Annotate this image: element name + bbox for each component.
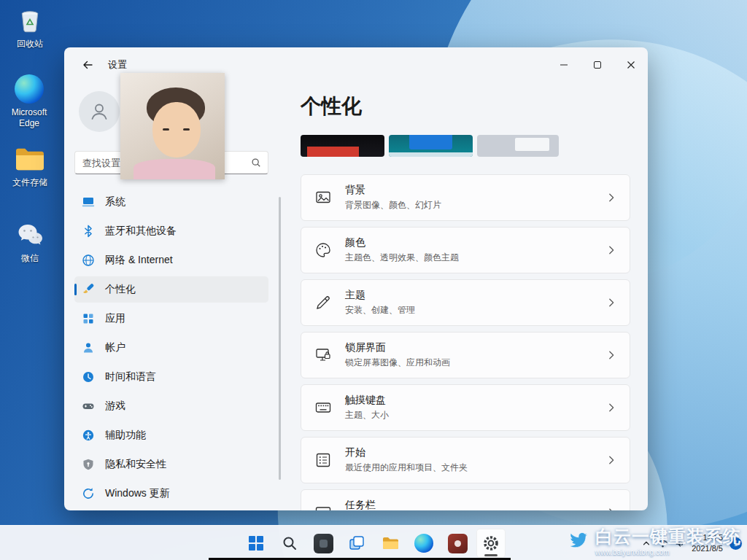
card-title: 锁屏界面 — [345, 341, 450, 354]
card-themes[interactable]: 主题安装、创建、管理 — [301, 279, 630, 326]
overlay-photo — [120, 73, 225, 179]
sidebar-nav: 系统 蓝牙和其他设备 网络 & Internet 个性化 — [74, 189, 268, 507]
desktop-icon-label: 回收站 — [17, 39, 43, 50]
sidebar-item-accounts[interactable]: 帐户 — [74, 335, 268, 361]
task-view-icon — [348, 534, 365, 552]
taskbar-center — [241, 526, 506, 560]
card-colors[interactable]: 颜色主题色、透明效果、颜色主题 — [301, 227, 630, 273]
desktop-icon-label: Microsoft Edge — [5, 107, 53, 129]
sidebar-item-label: 时间和语言 — [105, 370, 156, 384]
card-title: 主题 — [345, 289, 415, 302]
user-avatar[interactable] — [79, 91, 120, 132]
notification-badge[interactable]: 1 — [729, 537, 742, 550]
sidebar-item-accessibility[interactable]: 辅助功能 — [74, 422, 268, 448]
update-icon — [82, 487, 95, 500]
card-touch-keyboard[interactable]: 触摸键盘主题、大小 — [301, 384, 630, 431]
sidebar-item-system[interactable]: 系统 — [74, 189, 268, 215]
sidebar-item-label: 网络 & Internet — [105, 254, 173, 267]
sidebar-item-network[interactable]: 网络 & Internet — [74, 247, 268, 273]
content-scrollbar[interactable] — [279, 197, 281, 480]
pen-icon — [314, 294, 333, 311]
sidebar-item-label: 隐私和安全性 — [105, 458, 166, 471]
gear-icon — [482, 534, 500, 552]
privacy-shield-icon — [82, 458, 95, 471]
tray-time: 14:25 — [692, 532, 723, 543]
close-button[interactable] — [614, 47, 648, 82]
accessibility-icon — [82, 429, 95, 442]
window-controls — [547, 47, 648, 82]
sidebar-item-bluetooth[interactable]: 蓝牙和其他设备 — [74, 218, 268, 244]
photo-face — [152, 102, 201, 158]
taskbar-clock[interactable]: 14:25 2021/8/5 — [692, 532, 723, 554]
back-button[interactable] — [76, 53, 99, 77]
back-arrow-icon — [82, 59, 93, 71]
card-taskbar[interactable]: 任务栏任务栏行为，系统固定 — [301, 489, 630, 510]
theme-preview-teal[interactable] — [389, 135, 473, 157]
search-icon — [282, 535, 298, 551]
minimize-button[interactable] — [547, 47, 581, 82]
bluetooth-icon — [82, 225, 95, 238]
person-icon — [88, 101, 110, 122]
sidebar-item-windows-update[interactable]: Windows 更新 — [74, 481, 268, 507]
system-tray: 14:25 2021/8/5 1 — [642, 526, 744, 560]
network-globe-icon — [82, 254, 95, 267]
close-icon — [627, 61, 635, 69]
card-title: 颜色 — [345, 236, 459, 249]
card-title: 任务栏 — [345, 499, 433, 510]
sidebar-item-personalization[interactable]: 个性化 — [74, 276, 268, 303]
card-subtitle: 最近使用的应用和项目、文件夹 — [345, 462, 468, 474]
sidebar-item-label: 系统 — [105, 195, 125, 209]
maximize-icon — [593, 61, 602, 69]
volume-icon[interactable] — [675, 539, 685, 548]
card-background[interactable]: 背景背景图像、颜色、幻灯片 — [301, 174, 630, 221]
keyboard-icon — [314, 399, 333, 416]
card-lock-screen[interactable]: 锁屏界面锁定屏幕图像、应用和动画 — [301, 332, 630, 378]
folder-icon — [14, 143, 46, 175]
wifi-icon[interactable] — [657, 539, 668, 548]
card-subtitle: 安装、创建、管理 — [345, 304, 415, 316]
chevron-right-icon — [606, 350, 616, 360]
chevron-right-icon — [606, 192, 616, 203]
desktop-icon-file-storage[interactable]: 文件存储 — [6, 143, 54, 188]
sidebar-item-gaming[interactable]: 游戏 — [74, 393, 268, 419]
wechat-icon — [14, 219, 46, 251]
taskbar-app-dark[interactable] — [309, 529, 338, 558]
desktop-icon-recycle-bin[interactable]: 回收站 — [6, 4, 54, 50]
sidebar-item-apps[interactable]: 应用 — [74, 306, 268, 332]
sidebar-item-label: 帐户 — [105, 341, 125, 354]
search-button[interactable] — [275, 529, 304, 558]
desktop-icon-edge[interactable]: Microsoft Edge — [5, 73, 53, 129]
card-subtitle: 主题色、透明效果、颜色主题 — [345, 252, 459, 264]
card-title: 触摸键盘 — [345, 394, 389, 407]
taskbar-app-red[interactable] — [443, 529, 472, 558]
card-start[interactable]: 开始最近使用的应用和项目、文件夹 — [301, 437, 630, 483]
desktop-icon-wechat[interactable]: 微信 — [6, 219, 54, 264]
sidebar-item-privacy[interactable]: 隐私和安全性 — [74, 451, 268, 478]
theme-preview-light[interactable] — [477, 135, 559, 157]
sidebar-item-label: 游戏 — [105, 400, 125, 413]
system-icon — [82, 195, 95, 209]
maximize-button[interactable] — [581, 47, 614, 82]
palette-icon — [314, 241, 333, 259]
windows-logo-icon — [248, 535, 264, 551]
sidebar-item-label: Windows 更新 — [105, 487, 170, 500]
start-button[interactable] — [241, 529, 271, 558]
sidebar-item-time-language[interactable]: 时间和语言 — [74, 364, 268, 390]
settings-button[interactable] — [476, 529, 506, 558]
accounts-icon — [82, 341, 95, 354]
desktop-icon-label: 微信 — [21, 253, 39, 264]
lock-screen-icon — [314, 346, 333, 364]
task-view-button[interactable] — [342, 529, 371, 558]
edge-icon — [414, 534, 433, 553]
theme-preview-dark[interactable] — [301, 135, 384, 157]
edge-button[interactable] — [409, 529, 438, 558]
edge-icon — [13, 73, 45, 105]
search-icon — [251, 158, 261, 168]
dark-app-icon — [314, 534, 333, 553]
photo-shirt — [133, 159, 215, 179]
tray-chevron-up-icon[interactable] — [642, 539, 651, 548]
file-explorer-button[interactable] — [376, 529, 405, 558]
card-title: 开始 — [345, 446, 468, 459]
card-subtitle: 主题、大小 — [345, 409, 389, 421]
taskbar: 14:25 2021/8/5 1 — [0, 525, 747, 560]
